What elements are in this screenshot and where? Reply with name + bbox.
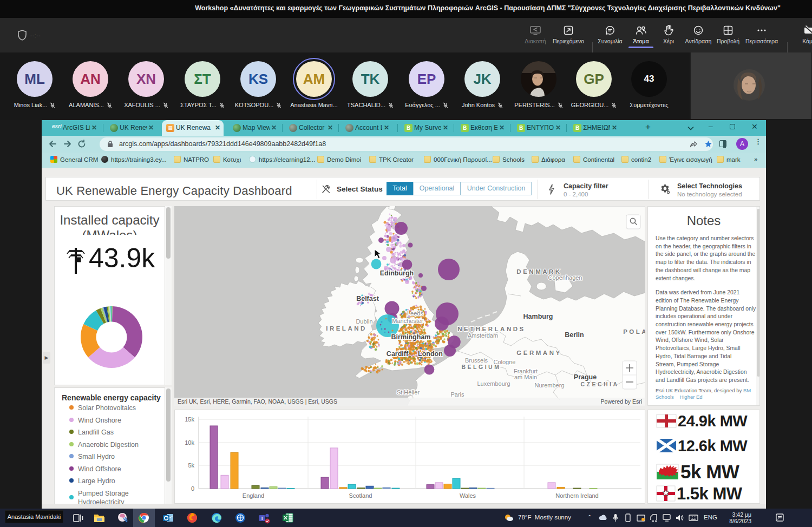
svg-text:Leeds: Leeds (407, 310, 423, 317)
svg-text:Berlin: Berlin (565, 331, 584, 339)
svg-text:Belfast: Belfast (356, 295, 379, 302)
svg-text:Copenhagen: Copenhagen (548, 274, 582, 281)
svg-text:0: 0 (191, 485, 194, 492)
svg-text:Cardiff: Cardiff (387, 350, 409, 358)
svg-text:Cologne: Cologne (494, 359, 516, 365)
svg-text:Powered by Esri: Powered by Esri (601, 398, 642, 405)
svg-text:Amsterdam: Amsterdam (468, 332, 498, 339)
svg-text:POLAN: POLAN (623, 328, 645, 335)
svg-text:5k: 5k (188, 462, 194, 469)
svg-text:15k: 15k (185, 416, 194, 423)
svg-text:St Helier: St Helier (397, 389, 420, 396)
svg-text:England: England (243, 492, 264, 499)
svg-text:10k: 10k (185, 439, 194, 446)
svg-text:T: T (260, 516, 264, 521)
svg-text:Manchester: Manchester (392, 318, 423, 324)
svg-text:London: London (418, 350, 443, 358)
svg-text:Dublin: Dublin (356, 318, 372, 325)
svg-text:Luxembourg: Luxembourg (477, 380, 510, 387)
svg-text:am Main: am Main (514, 374, 537, 380)
svg-text:Brussels: Brussels (465, 357, 488, 364)
svg-text:Northern Ireland: Northern Ireland (555, 492, 599, 499)
svg-text:GERMANY: GERMANY (516, 350, 561, 356)
svg-text:24.9k MW: 24.9k MW (678, 412, 748, 430)
svg-text:IRELAND: IRELAND (326, 325, 367, 332)
svg-text:Nuremberg: Nuremberg (534, 382, 564, 388)
svg-text:NETHERLANDS: NETHERLANDS (457, 326, 525, 332)
svg-text:1.5k MW: 1.5k MW (677, 484, 743, 503)
svg-text:5k MW: 5k MW (680, 461, 739, 482)
svg-text:Scotland: Scotland (349, 492, 372, 499)
svg-text:Prague: Prague (574, 373, 597, 381)
svg-text:Hamburg: Hamburg (523, 313, 553, 320)
svg-text:Birmingham: Birmingham (391, 333, 431, 341)
svg-text:CZECHIA: CZECHIA (580, 381, 619, 387)
svg-text:Edinburgh: Edinburgh (380, 269, 414, 277)
svg-text:Esri UK, Esri, HERE, Garmin, F: Esri UK, Esri, HERE, Garmin, FAO, NOAA, … (178, 398, 337, 405)
svg-text:Wales: Wales (460, 492, 476, 499)
svg-text:12.6k MW: 12.6k MW (678, 437, 748, 454)
svg-text:Paris: Paris (450, 391, 464, 398)
